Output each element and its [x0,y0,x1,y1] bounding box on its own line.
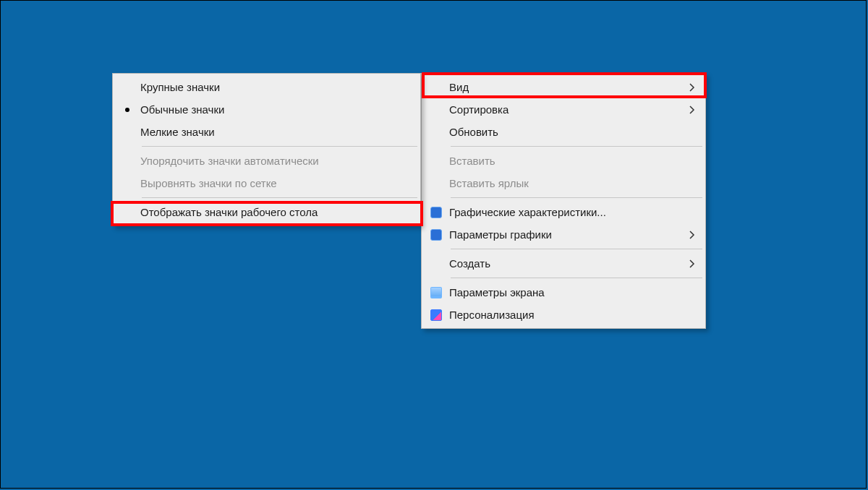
separator [451,249,702,249]
desktop[interactable]: Вид Сортировка Обновить Вставить [0,0,867,489]
menu-item-label: Выровнять значки по сетке [140,177,414,189]
menu-item-medium-icons[interactable]: Обычные значки [114,98,419,121]
intel-graphics-icon [430,229,442,241]
menu-item-show-desktop-icons[interactable]: Отображать значки рабочего стола [114,201,419,223]
menu-item-sort[interactable]: Сортировка [423,98,704,121]
menu-item-label: Параметры экрана [449,286,685,298]
menu-item-display-settings[interactable]: Параметры экрана [423,281,704,304]
separator [451,146,702,147]
separator [142,146,417,147]
menu-item-label: Крупные значки [140,81,414,93]
view-submenu: Крупные значки Обычные значки Мелкие зна… [112,73,421,226]
intel-graphics-icon [430,207,442,218]
chevron-right-icon [685,106,699,114]
gutter [423,309,449,321]
menu-item-new[interactable]: Создать [423,252,704,275]
menu-item-paste-shortcut: Вставить ярлык [423,172,704,194]
menu-item-label: Вставить [449,155,685,167]
menu-item-label: Сортировка [449,103,685,116]
desktop-context-menu: Вид Сортировка Обновить Вставить [421,73,706,329]
menu-item-label: Обновить [449,126,685,138]
menu-item-label: Параметры графики [449,228,685,241]
display-icon [430,287,442,298]
gutter [423,287,449,298]
menu-item-auto-arrange: Упорядочить значки автоматически [114,150,419,172]
menu-item-large-icons[interactable]: Крупные значки [114,76,419,98]
menu-item-label: Вид [449,81,685,93]
menu-item-label: Отображать значки рабочего стола [140,206,414,218]
menu-item-label: Персонализация [449,309,685,321]
menu-item-view[interactable]: Вид [423,76,704,98]
separator [451,278,702,278]
menu-item-label: Мелкие значки [140,126,414,138]
separator [451,197,702,198]
gutter [423,207,449,218]
menu-item-small-icons[interactable]: Мелкие значки [114,121,419,143]
menu-item-graphics-options[interactable]: Параметры графики [423,223,704,246]
menu-item-align-grid: Выровнять значки по сетке [114,172,419,194]
radio-selected-icon [125,108,129,112]
menu-item-label: Вставить ярлык [449,177,685,189]
separator [142,197,417,198]
menu-item-label: Графические характеристики... [449,206,685,218]
menu-item-label: Создать [449,257,685,270]
gutter [114,108,140,112]
chevron-right-icon [685,231,699,239]
gutter [423,229,449,241]
chevron-right-icon [685,259,699,268]
personalize-icon [430,309,442,321]
menu-item-refresh[interactable]: Обновить [423,121,704,143]
menu-item-label: Обычные значки [140,103,414,116]
menu-item-paste: Вставить [423,150,704,172]
menu-item-graphics-props[interactable]: Графические характеристики... [423,201,704,223]
menu-item-label: Упорядочить значки автоматически [140,155,414,167]
chevron-right-icon [685,83,699,92]
menu-item-personalize[interactable]: Персонализация [423,304,704,326]
